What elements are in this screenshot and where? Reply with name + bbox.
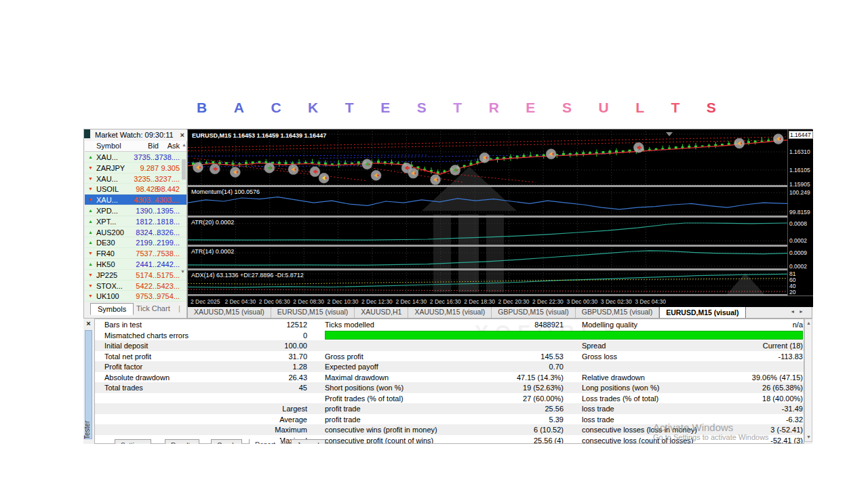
trade-marker-icon[interactable] bbox=[734, 138, 745, 148]
trade-marker-icon[interactable] bbox=[546, 149, 556, 159]
tester-tab[interactable]: Results bbox=[165, 439, 199, 444]
market-watch-row[interactable]: ▼UK1009753...9754... bbox=[85, 291, 186, 302]
title-letter: U bbox=[598, 99, 608, 118]
pane-separator[interactable] bbox=[188, 268, 813, 270]
chart-tab[interactable]: GBPUSD,M15 (visual) bbox=[492, 306, 575, 318]
tester-tab[interactable]: Settings bbox=[115, 439, 151, 444]
trade-marker-icon[interactable] bbox=[450, 165, 460, 175]
price-scale-label: 1.16105 bbox=[789, 167, 810, 174]
chart-region[interactable]: EURUSD,M15 1.16453 1.16459 1.16439 1.164… bbox=[187, 129, 812, 306]
tab-scroll-icons[interactable]: ◄► bbox=[790, 309, 808, 314]
market-watch-row[interactable]: ▼JP2255174...5175... bbox=[85, 270, 186, 281]
trade-marker-icon[interactable] bbox=[633, 142, 644, 152]
trade-marker-icon[interactable] bbox=[288, 165, 298, 175]
trade-marker-icon[interactable] bbox=[371, 170, 381, 180]
market-watch-row[interactable]: ▲XPD...1390...1395... bbox=[85, 205, 186, 216]
ask-value: 1818... bbox=[85, 218, 180, 226]
title-letter: R bbox=[489, 99, 499, 118]
chart-tab[interactable]: XAUUSD,H1 bbox=[355, 306, 408, 318]
trade-marker-icon[interactable] bbox=[230, 167, 240, 178]
scroll-down-icon: ▼ bbox=[806, 434, 812, 439]
tab-symbols[interactable]: Symbols bbox=[90, 303, 134, 315]
market-watch-row[interactable]: ▼FR407537...7538... bbox=[85, 248, 186, 259]
scroll-up-icon: ▲ bbox=[806, 321, 812, 325]
table-row[interactable]: Profit factor1.28Expected payoff0.70 bbox=[95, 361, 804, 372]
tester-tab[interactable]: Report bbox=[249, 439, 281, 444]
price-scale-label: 99.8159 bbox=[789, 209, 810, 216]
table-row[interactable]: Mismatched charts errors0 bbox=[95, 330, 804, 341]
title-letter: T bbox=[345, 99, 354, 118]
time-label: 3 Dec 02:30 bbox=[601, 298, 632, 305]
chart-canvas[interactable] bbox=[188, 129, 813, 307]
trade-marker-icon[interactable] bbox=[408, 168, 418, 178]
title-letter: E bbox=[380, 99, 390, 118]
ask-value: 2199... bbox=[85, 239, 180, 247]
scroll-up-icon[interactable]: ▲ bbox=[182, 142, 186, 147]
trade-marker-icon[interactable] bbox=[773, 134, 783, 144]
trade-marker-icon[interactable] bbox=[264, 163, 275, 173]
close-icon[interactable]: × bbox=[84, 319, 93, 328]
market-watch-row[interactable]: ▼STOX...5422...5423... bbox=[85, 281, 186, 291]
trade-marker-icon[interactable] bbox=[210, 164, 220, 174]
price-scale-label: 1.16310 bbox=[789, 148, 810, 155]
tester-tab[interactable]: Journal bbox=[291, 439, 326, 444]
market-watch-row[interactable]: ▲HK502441...2442... bbox=[85, 259, 186, 270]
chart-tab[interactable]: XAUUSD,M15 (visual) bbox=[408, 306, 492, 318]
table-row[interactable]: Initial deposit100.00SpreadCurrent (18) bbox=[95, 340, 804, 351]
time-label: 2 Dec 08:30 bbox=[293, 298, 324, 305]
title-letter: A bbox=[234, 99, 244, 118]
table-row[interactable]: Total net profit31.70Gross profit145.53G… bbox=[95, 351, 804, 362]
tester-tab[interactable]: Graph bbox=[211, 439, 242, 444]
modelling-quality-bar bbox=[325, 331, 803, 340]
market-watch-rows: ▲XAU...3735....3738....▼ZARJPY9.2879.305… bbox=[85, 152, 186, 302]
trade-marker-icon[interactable] bbox=[193, 162, 203, 172]
time-axis: 2 Dec 20252 Dec 04:302 Dec 06:302 Dec 08… bbox=[188, 296, 813, 307]
screenshot-root: BACKTESTRESULTS Market Watch: 09:30:11 ×… bbox=[0, 0, 868, 488]
scroll-down-icon[interactable]: ▼ bbox=[180, 269, 185, 274]
row-value: 26 (65.38%) bbox=[95, 384, 803, 392]
arrow-right-icon: ► bbox=[799, 309, 808, 314]
table-row[interactable]: Largestprofit trade25.56loss trade-31.49 bbox=[95, 403, 804, 414]
trade-marker-icon[interactable] bbox=[431, 175, 441, 185]
market-watch-header-row: Symbol Bid Ask ▲ bbox=[85, 141, 186, 152]
table-row[interactable]: Profit trades (% of total)27 (60.00%)Los… bbox=[95, 393, 804, 404]
pane-separator[interactable] bbox=[188, 245, 813, 247]
chart-tab[interactable]: EURUSD,M15 (visual) bbox=[271, 306, 355, 318]
row-value: 18 (40.00%) bbox=[95, 394, 803, 403]
market-watch-row[interactable]: ▲XAU...3735....3738.... bbox=[85, 152, 186, 163]
market-watch-row[interactable]: ▲AUS2008324...8326... bbox=[85, 227, 186, 238]
scrollbar-thumb[interactable] bbox=[182, 159, 186, 180]
market-watch-row[interactable]: ▲XPT...1812...1818... bbox=[85, 216, 186, 227]
table-row[interactable]: Bars in test12512Ticks modelled8488921Mo… bbox=[95, 319, 804, 330]
trade-marker-icon[interactable] bbox=[362, 159, 372, 169]
chart-shift-icon[interactable] bbox=[666, 132, 673, 136]
title-letter: S bbox=[417, 99, 427, 118]
trade-marker-icon[interactable] bbox=[479, 152, 490, 163]
chart-tab[interactable]: EURUSD,M15 (visual) bbox=[659, 306, 745, 318]
trade-marker-icon[interactable] bbox=[310, 167, 320, 177]
market-watch-title: Market Watch: 09:30:11 bbox=[95, 131, 174, 141]
market-watch-row[interactable]: ▼ZARJPY9.2879.305 bbox=[85, 163, 186, 174]
table-row[interactable]: Total trades45Short positions (won %)19 … bbox=[95, 382, 804, 393]
table-row[interactable]: Absolute drawdown26.43Maximal drawdown47… bbox=[95, 372, 804, 383]
close-icon[interactable]: × bbox=[180, 131, 184, 141]
title-letter: S bbox=[562, 99, 572, 118]
market-watch-row[interactable]: ▼USOIL98.42898.442 bbox=[85, 184, 186, 195]
tab-tick-chart[interactable]: Tick Chart bbox=[136, 304, 170, 312]
title-letter: T bbox=[453, 99, 462, 118]
column-ask[interactable]: Ask bbox=[85, 142, 180, 150]
price-scale-label: 1.16447 bbox=[789, 131, 813, 139]
pane-separator[interactable] bbox=[188, 216, 813, 218]
price-scale-label: 0.0002 bbox=[789, 237, 807, 244]
trade-marker-icon[interactable] bbox=[319, 173, 329, 183]
chart-symbol-title: EURUSD,M15 1.16453 1.16459 1.16439 1.164… bbox=[192, 132, 326, 139]
chart-tab[interactable]: XAUUSD,M15 (visual) bbox=[188, 306, 271, 318]
chart-tab-bar: ◄► XAUUSD,M15 (visual)EURUSD,M15 (visual… bbox=[187, 306, 812, 319]
chart-tab[interactable]: GBPUSD,M15 (visual) bbox=[576, 306, 659, 318]
market-watch-row[interactable]: ▼XAU...4303....4303.... bbox=[85, 195, 186, 205]
pane-separator[interactable] bbox=[188, 185, 813, 187]
results-scrollbar[interactable]: ▲ ▼ bbox=[804, 319, 812, 442]
market-watch-row[interactable]: ▲DE302199...2199... bbox=[85, 237, 186, 248]
row-value: -113.83 bbox=[95, 352, 803, 361]
market-watch-row[interactable]: ▼XAU...3235....3237.... bbox=[85, 174, 186, 184]
